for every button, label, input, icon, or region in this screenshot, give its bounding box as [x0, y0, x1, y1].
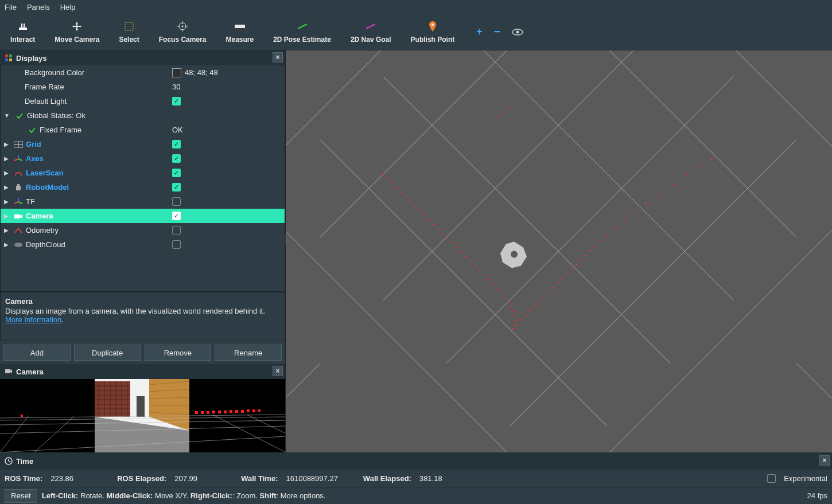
- tool-publish-point[interactable]: Publish Point: [407, 18, 458, 46]
- svg-rect-73: [224, 411, 227, 413]
- remove-display-icon[interactable]: −: [494, 25, 501, 38]
- svg-point-163: [511, 251, 518, 258]
- svg-point-107: [438, 228, 440, 230]
- svg-point-137: [548, 291, 550, 293]
- svg-point-123: [508, 302, 510, 303]
- row-grid[interactable]: Grid: [1, 137, 285, 151]
- tool-pose-estimate[interactable]: 2D Pose Estimate: [270, 18, 335, 46]
- svg-rect-30: [14, 214, 20, 218]
- row-global-status[interactable]: Global Status: Ok: [1, 108, 285, 123]
- expand-arrow[interactable]: [4, 241, 11, 248]
- row-axes[interactable]: Axes: [1, 151, 285, 166]
- robotmodel-checkbox[interactable]: [172, 183, 181, 192]
- tool-nav-goal[interactable]: 2D Nav Goal: [347, 18, 395, 46]
- svg-rect-69: [201, 411, 204, 414]
- add-button[interactable]: Add: [3, 345, 71, 361]
- duplicate-button[interactable]: Duplicate: [74, 345, 141, 361]
- tool-focus-camera[interactable]: Focus Camera: [155, 18, 210, 46]
- toggle-visibility-icon[interactable]: [512, 29, 523, 36]
- svg-rect-75: [235, 410, 238, 413]
- add-display-icon[interactable]: +: [476, 26, 483, 38]
- axes-icon: [13, 154, 24, 163]
- remove-button[interactable]: Remove: [145, 345, 212, 361]
- row-odometry[interactable]: Odometry: [1, 223, 285, 237]
- expand-arrow[interactable]: [4, 155, 11, 162]
- svg-point-121: [501, 292, 503, 294]
- svg-point-135: [539, 300, 541, 302]
- tool-label: Publish Point: [411, 36, 455, 44]
- toolbar: Interact Move Camera Select Focus Camera…: [0, 14, 832, 50]
- expand-arrow[interactable]: [4, 213, 11, 219]
- svg-rect-1: [21, 24, 22, 28]
- display-description: Camera Displays an image from a camera, …: [0, 292, 285, 341]
- svg-point-133: [530, 310, 531, 311]
- svg-point-15: [431, 24, 434, 26]
- svg-point-127: [515, 320, 516, 322]
- expand-arrow[interactable]: [4, 141, 11, 147]
- svg-rect-25: [16, 186, 21, 190]
- tool-move-camera[interactable]: Move Camera: [51, 18, 103, 46]
- bgcolor-swatch[interactable]: [172, 68, 181, 77]
- tool-select[interactable]: Select: [115, 18, 142, 46]
- menu-panels[interactable]: Panels: [27, 3, 50, 11]
- svg-line-65: [212, 415, 285, 452]
- row-bgcolor[interactable]: Background Color 48; 48; 48: [1, 65, 285, 80]
- svg-rect-50: [137, 396, 145, 417]
- desc-link[interactable]: More Information: [5, 315, 61, 324]
- depthcloud-checkbox[interactable]: [172, 240, 181, 249]
- 3d-viewport[interactable]: [286, 50, 832, 452]
- tool-measure[interactable]: Measure: [222, 18, 257, 46]
- row-robotmodel[interactable]: RobotModel: [1, 180, 285, 194]
- svg-point-119: [493, 283, 495, 285]
- row-camera[interactable]: Camera: [1, 209, 285, 223]
- row-depthcloud[interactable]: DepthCloud: [1, 237, 285, 252]
- tool-interact[interactable]: Interact: [7, 18, 38, 46]
- svg-point-141: [566, 273, 568, 275]
- expand-arrow[interactable]: [4, 227, 11, 233]
- default-light-checkbox[interactable]: [172, 97, 181, 106]
- experimental-label: Experimental: [784, 474, 827, 483]
- close-displays-panel[interactable]: ×: [273, 52, 283, 62]
- camera-view[interactable]: [0, 379, 285, 452]
- row-framerate[interactable]: Frame Rate 30: [1, 80, 285, 94]
- camera-checkbox[interactable]: [172, 212, 181, 220]
- svg-point-146: [589, 250, 591, 252]
- svg-point-159: [497, 116, 499, 117]
- rename-button[interactable]: Rename: [215, 345, 282, 361]
- grid-checkbox[interactable]: [172, 140, 181, 149]
- svg-point-151: [624, 220, 625, 222]
- row-laserscan[interactable]: LaserScan: [1, 166, 285, 180]
- menu-help[interactable]: Help: [60, 3, 76, 11]
- row-tf[interactable]: TF: [1, 194, 285, 209]
- svg-rect-21: [9, 58, 12, 61]
- laserscan-checkbox[interactable]: [172, 169, 181, 177]
- svg-point-114: [470, 260, 472, 262]
- row-fixed-frame[interactable]: Fixed Frame OK: [1, 123, 285, 137]
- svg-point-152: [634, 212, 636, 214]
- expand-arrow[interactable]: [4, 198, 11, 205]
- close-time-panel[interactable]: ×: [819, 455, 830, 466]
- svg-point-155: [672, 183, 674, 185]
- axes-checkbox[interactable]: [172, 154, 181, 163]
- close-camera-panel[interactable]: ×: [273, 366, 283, 376]
- menubar: File Panels Help: [0, 0, 832, 14]
- experimental-checkbox[interactable]: [767, 474, 776, 483]
- svg-point-142: [571, 268, 573, 270]
- wall-elapsed-value: 381.18: [417, 473, 452, 484]
- camera-icon: [13, 212, 24, 221]
- tf-checkbox[interactable]: [172, 197, 181, 206]
- svg-point-131: [520, 319, 522, 321]
- expand-arrow[interactable]: [4, 184, 11, 190]
- svg-point-101: [410, 201, 412, 202]
- displays-title-label: Displays: [16, 54, 46, 62]
- time-title-label: Time: [16, 457, 33, 466]
- svg-point-149: [606, 234, 608, 236]
- expand-arrow[interactable]: [4, 170, 11, 176]
- svg-point-128: [514, 325, 515, 326]
- row-default-light[interactable]: Default Light: [1, 94, 285, 108]
- publish-point-icon: [427, 21, 438, 32]
- expand-arrow[interactable]: [4, 112, 11, 119]
- odometry-checkbox[interactable]: [172, 226, 181, 235]
- menu-file[interactable]: File: [5, 3, 17, 11]
- reset-button[interactable]: Reset: [5, 489, 37, 503]
